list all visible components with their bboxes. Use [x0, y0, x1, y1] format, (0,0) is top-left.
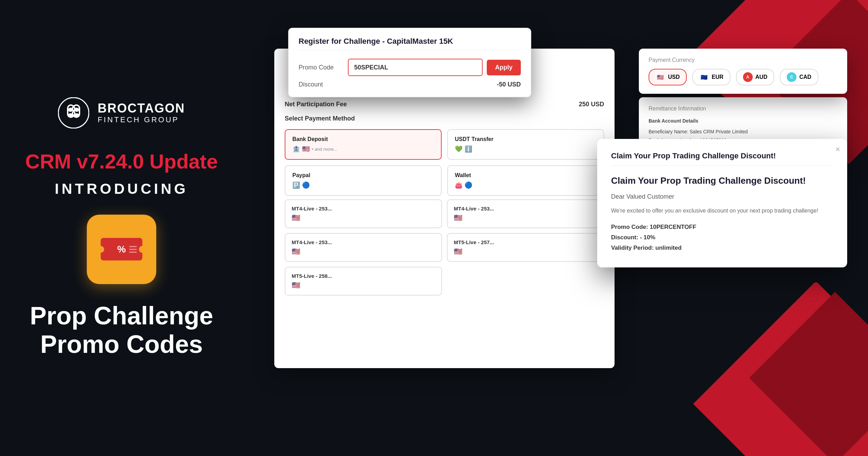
modal-promo-code-label: Promo Code:	[611, 224, 648, 230]
promo-code-card: Register for Challenge - CapitalMaster 1…	[288, 28, 531, 97]
logo-brand: BROCTAGON	[98, 101, 185, 115]
mt-account-5-flag: 🇺🇸	[292, 281, 435, 289]
promo-row: Promo Code Apply	[299, 59, 521, 76]
net-fee-section: Net Participation Fee 250 USD	[285, 101, 604, 108]
discount-row: Discount -50 USD	[299, 81, 521, 88]
mt-account-5-name: MT5-Live - 258...	[292, 273, 435, 279]
payment-method-label: Select Payment Method	[285, 115, 604, 122]
main-title-line2: Promo Codes	[30, 330, 213, 359]
currency-eur[interactable]: 🇪🇺 EUR	[692, 69, 731, 85]
mt-account-4-flag: 🇺🇸	[454, 247, 597, 256]
promo-card-title: Register for Challenge - CapitalMaster 1…	[299, 37, 521, 50]
usd-flag: 🇺🇸	[656, 72, 665, 82]
apply-button[interactable]: Apply	[487, 60, 521, 75]
logo-area: BROCTAGON FINTECH GROUP	[58, 97, 185, 128]
mt-account-1-name: MT4-Live - 253...	[292, 206, 435, 212]
aud-flag: A	[743, 72, 753, 82]
svg-point-0	[58, 98, 89, 128]
mt-account-3[interactable]: MT4-Live - 253... 🇺🇸	[285, 233, 442, 262]
ticket-lines	[129, 246, 137, 252]
currency-aud[interactable]: A AUD	[736, 69, 775, 85]
cad-flag: C	[787, 72, 796, 82]
paypal-flag: 🔵	[302, 181, 310, 189]
logo-text: BROCTAGON FINTECH GROUP	[98, 101, 185, 124]
payment-wallet[interactable]: Wallet 👛 🔵	[447, 165, 604, 196]
net-fee-row: Net Participation Fee 250 USD	[285, 101, 604, 108]
modal-body-text: We're excited to offer you an exclusive …	[611, 206, 833, 215]
eur-label: EUR	[712, 74, 724, 80]
net-fee-value: 250 USD	[579, 101, 604, 108]
svg-point-1	[68, 108, 73, 112]
crm-version-label: CRM v7.24.0 Update	[25, 149, 218, 174]
payment-usdt[interactable]: USDT Transfer 💚 ℹ️	[447, 129, 604, 160]
main-title-line1: Prop Challenge	[30, 301, 213, 330]
left-panel: BROCTAGON FINTECH GROUP CRM v7.24.0 Upda…	[0, 0, 243, 456]
mt-account-2-flag: 🇺🇸	[454, 214, 597, 222]
eur-flag: 🇪🇺	[699, 72, 709, 82]
usd-label: USD	[668, 74, 680, 80]
bank-icon: 🏦	[292, 145, 300, 153]
mt-account-1-flag: 🇺🇸	[292, 214, 435, 222]
payment-method-section: Select Payment Method Bank Deposit 🏦 🇺🇸 …	[285, 115, 604, 196]
bank-details-label: Bank Account Details	[649, 117, 837, 125]
logo-sub: FINTECH GROUP	[98, 115, 185, 124]
usdt-icons: 💚 ℹ️	[455, 145, 596, 153]
bank-deposit-name: Bank Deposit	[292, 136, 434, 142]
ticket-icon: %	[99, 234, 144, 264]
promo-code-label: Promo Code	[299, 64, 344, 71]
bank-deposit-icons: 🏦 🇺🇸 • and more...	[292, 145, 434, 153]
usdt-name: USDT Transfer	[455, 136, 596, 142]
flag-icon: 🇺🇸	[302, 145, 310, 153]
info-icon: ℹ️	[465, 145, 472, 153]
modal-close-button[interactable]: ×	[835, 144, 840, 154]
currency-cad[interactable]: C CAD	[780, 69, 818, 85]
svg-point-2	[74, 108, 79, 112]
payment-grid: Bank Deposit 🏦 🇺🇸 • and more... USDT Tra…	[285, 129, 604, 196]
discount-value: -50 USD	[497, 81, 521, 88]
modal-header: Claim Your Prop Trading Challenge Discou…	[611, 151, 833, 166]
usdt-icon: 💚	[455, 145, 462, 153]
ticket-body: %	[101, 238, 142, 260]
mt-account-5[interactable]: MT5-Live - 258... 🇺🇸	[285, 267, 442, 296]
modal-discount-label: Discount:	[611, 234, 638, 241]
ticket-line-2	[129, 249, 137, 250]
and-more-text: • and more...	[312, 147, 337, 152]
introducing-label: INTRODUCING	[55, 181, 188, 197]
ticket-notch-left	[97, 246, 104, 253]
beneficiary-name: Beneficiary Name: Sales CRM Private Limi…	[649, 127, 837, 136]
ticket-notch-right	[139, 246, 146, 253]
currency-section-label: Payment Currency	[649, 57, 837, 63]
wallet-icon: 👛	[455, 181, 462, 189]
wallet-flag: 🔵	[465, 181, 472, 189]
ticket-line-1	[129, 246, 137, 247]
mt-accounts-grid: MT4-Live - 253... 🇺🇸 MT4-Live - 253... 🇺…	[285, 199, 604, 296]
mt-account-4-name: MT5-Live - 257...	[454, 239, 597, 245]
svg-point-4	[74, 113, 79, 117]
modal-discount-row: Discount: - 10%	[611, 234, 833, 241]
net-fee-label: Net Participation Fee	[285, 101, 347, 108]
discount-modal: × Claim Your Prop Trading Challenge Disc…	[597, 139, 847, 267]
modal-validity-row: Validity Period: unlimited	[611, 244, 833, 251]
wallet-icons: 👛 🔵	[455, 181, 596, 189]
ticket-percent-sign: %	[117, 244, 126, 255]
aud-label: AUD	[756, 74, 768, 80]
modal-big-title: Claim Your Prop Trading Challenge Discou…	[611, 175, 833, 186]
mt-account-2[interactable]: MT4-Live - 253... 🇺🇸	[447, 199, 604, 228]
right-panel: Register for Challenge - CapitalMaster 1…	[274, 28, 847, 438]
promo-code-input[interactable]	[348, 59, 483, 76]
mt-account-3-flag: 🇺🇸	[292, 247, 435, 256]
discount-label: Discount	[299, 81, 344, 88]
modal-discount-value: - 10%	[640, 234, 655, 241]
payment-bank-deposit[interactable]: Bank Deposit 🏦 🇺🇸 • and more...	[285, 129, 442, 160]
modal-validity-label: Validity Period:	[611, 244, 654, 251]
currency-options: 🇺🇸 USD 🇪🇺 EUR A AUD C CAD	[649, 69, 837, 85]
payment-paypal[interactable]: Paypal 🅿️ 🔵	[285, 165, 442, 196]
cad-label: CAD	[799, 74, 811, 80]
mt-account-1[interactable]: MT4-Live - 253... 🇺🇸	[285, 199, 442, 228]
currency-usd[interactable]: 🇺🇸 USD	[649, 69, 687, 85]
currency-section: Payment Currency 🇺🇸 USD 🇪🇺 EUR A AUD C C…	[639, 49, 847, 94]
modal-greeting: Dear Valued Customer	[611, 193, 833, 200]
ticket-line-3	[129, 251, 137, 252]
mt-account-4[interactable]: MT5-Live - 257... 🇺🇸	[447, 233, 604, 262]
logo-icon	[58, 97, 89, 128]
